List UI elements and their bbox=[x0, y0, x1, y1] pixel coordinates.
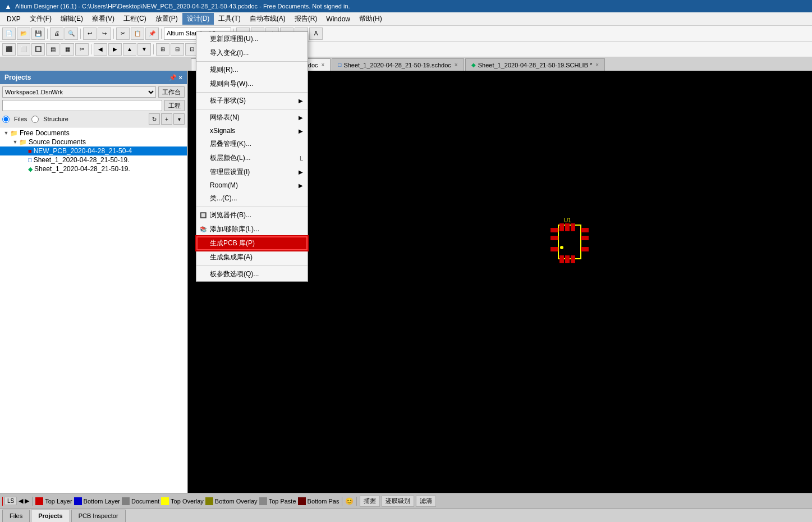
toolbar-open[interactable]: 📂 bbox=[17, 28, 30, 40]
dd-make-pcb-lib[interactable]: 生成PCB 库(P) bbox=[196, 236, 308, 250]
expand-free-docs[interactable]: ▼ bbox=[2, 129, 10, 137]
tab-bar: ■ NEW_PCB_2020-04-28_21-50-43.pcbdoc × □… bbox=[0, 57, 812, 71]
status-nav-right[interactable]: ▶ bbox=[25, 497, 29, 505]
workspace-select[interactable]: Workspace1.DsnWrk bbox=[2, 86, 156, 98]
dd-room[interactable]: Room(M) ▶ bbox=[196, 179, 308, 191]
toolbar2-btn8[interactable]: ▶ bbox=[108, 43, 122, 56]
layer-bottom-paste[interactable]: Bottom Pas bbox=[298, 497, 340, 505]
toolbar2-btn7[interactable]: ◀ bbox=[94, 43, 107, 56]
bottom-tab-pcb-inspector[interactable]: PCB Inspector bbox=[71, 510, 126, 522]
bottom-tab-files[interactable]: Files bbox=[2, 510, 30, 522]
toolbar-print[interactable]: 🖨 bbox=[50, 28, 63, 40]
tab-schlib-close[interactable]: × bbox=[595, 62, 599, 68]
layer-bottom-overlay[interactable]: Bottom Overlay bbox=[205, 497, 258, 505]
toolbar2-btn5[interactable]: ▦ bbox=[61, 43, 74, 56]
project-button[interactable]: 工程 bbox=[164, 100, 185, 111]
layer-bottom[interactable]: Bottom Layer bbox=[74, 497, 120, 505]
layer-document[interactable]: Document bbox=[122, 497, 159, 505]
document-layer-dot bbox=[122, 497, 130, 505]
dd-layer-color-label: 板层颜色(L)... bbox=[210, 153, 251, 163]
dd-board-shape-label: 板子形状(S) bbox=[210, 96, 246, 106]
status-nav-left[interactable]: ◀ bbox=[19, 497, 23, 505]
toolbar-btn-f[interactable]: A bbox=[309, 28, 323, 40]
menu-file[interactable]: 文件(F) bbox=[25, 13, 56, 25]
menu-edit[interactable]: 编辑(E) bbox=[56, 13, 88, 25]
dd-xsignals[interactable]: xSignals ▶ bbox=[196, 125, 308, 137]
toolbar2-btn2[interactable]: ⬜ bbox=[17, 43, 30, 56]
dd-board-options[interactable]: 板参数选项(Q)... bbox=[196, 267, 308, 281]
dd-make-integrated[interactable]: 生成集成库(A) bbox=[196, 250, 308, 264]
toolbar2-btn9[interactable]: ▲ bbox=[123, 43, 136, 56]
bottom-overlay-dot bbox=[205, 497, 213, 505]
project-search-input[interactable] bbox=[2, 100, 162, 111]
toolbar-paste[interactable]: 📌 bbox=[145, 28, 159, 40]
bottom-tab-projects[interactable]: Projects bbox=[31, 510, 70, 522]
workspace-row: Workspace1.DsnWrk 工作台 bbox=[2, 86, 185, 98]
layer-top-overlay[interactable]: Top Overlay bbox=[161, 497, 204, 505]
toolbar2-btn10[interactable]: ▼ bbox=[137, 43, 151, 56]
tree-pcb-file[interactable]: ■ NEW_PCB_2020-04-28_21-50-4 bbox=[0, 146, 187, 155]
expand-source-docs[interactable]: ▼ bbox=[11, 138, 19, 146]
files-radio[interactable] bbox=[2, 116, 10, 123]
toolbar-new[interactable]: 📄 bbox=[2, 28, 16, 40]
tree-source-docs[interactable]: ▼ 📁 Source Documents bbox=[0, 138, 187, 146]
add-btn[interactable]: + bbox=[161, 113, 172, 125]
layer-top-paste[interactable]: Top Paste bbox=[259, 497, 296, 505]
tab-schlib-label: Sheet_1_2020-04-28_21-50-19.SCHLIB * bbox=[478, 62, 593, 68]
toolbar2-btn12[interactable]: ⊟ bbox=[171, 43, 184, 56]
toolbar-search[interactable]: 🔍 bbox=[65, 28, 78, 40]
tree-schlib-file[interactable]: ◆ Sheet_1_2020-04-28_21-50-19. bbox=[0, 164, 187, 173]
dd-rules[interactable]: 规则(R)... bbox=[196, 63, 308, 77]
menu-dxp[interactable]: DXP bbox=[2, 14, 25, 24]
toolbar2-btn6[interactable]: ✂ bbox=[75, 43, 89, 56]
capture-btn[interactable]: 捕握 bbox=[360, 496, 380, 507]
dd-update-schematic[interactable]: 更新原理图(U)... bbox=[196, 32, 308, 46]
menu-help[interactable]: 帮助(H) bbox=[355, 13, 387, 25]
expand-pcb bbox=[20, 147, 28, 155]
toolbar-redo[interactable]: ↪ bbox=[98, 28, 111, 40]
toolbar-undo[interactable]: ↩ bbox=[83, 28, 97, 40]
toolbar2-btn4[interactable]: ▤ bbox=[46, 43, 59, 56]
panel-close-btn[interactable]: × bbox=[179, 74, 182, 81]
menu-autoroute[interactable]: 自动布线(A) bbox=[245, 13, 290, 25]
filter-btn[interactable]: 滤清 bbox=[416, 496, 436, 507]
dd-netlist[interactable]: 网络表(N) ▶ bbox=[196, 111, 308, 125]
dd-browse-comp[interactable]: 🔲 浏览器件(B)... bbox=[196, 208, 308, 222]
refresh-btn[interactable]: ↻ bbox=[149, 113, 160, 125]
toolbar2-btn1[interactable]: ⬛ bbox=[2, 43, 16, 56]
trace-level-btn[interactable]: 迹膜级别 bbox=[382, 496, 414, 507]
toolbar-copy[interactable]: 📋 bbox=[131, 28, 144, 40]
tab-schlib[interactable]: ◆ Sheet_1_2020-04-28_21-50-19.SCHLIB * × bbox=[465, 58, 605, 71]
workbench-button[interactable]: 工作台 bbox=[158, 86, 185, 98]
layer-top[interactable]: Top Layer bbox=[35, 497, 72, 505]
toolbar-cut[interactable]: ✂ bbox=[116, 28, 130, 40]
dd-layer-settings[interactable]: 管理层设置(I) ▶ bbox=[196, 165, 308, 179]
more-btn[interactable]: ▾ bbox=[173, 113, 185, 125]
tree-free-docs[interactable]: ▼ 📁 Free Documents bbox=[0, 129, 187, 138]
menu-design[interactable]: 设计(D) bbox=[182, 13, 214, 25]
tab-sch[interactable]: □ Sheet_1_2020-04-28_21-50-19.schdoc × bbox=[332, 58, 464, 71]
status-emoji[interactable]: 😊 bbox=[345, 497, 354, 505]
toolbar2-btn3[interactable]: 🔲 bbox=[31, 43, 45, 56]
tab-pcb-close[interactable]: × bbox=[322, 62, 325, 68]
menu-project[interactable]: 工程(C) bbox=[119, 13, 151, 25]
menu-window[interactable]: Window bbox=[322, 14, 355, 24]
dd-classes[interactable]: 类...(C)... bbox=[196, 191, 308, 205]
toolbar-save[interactable]: 💾 bbox=[31, 28, 45, 40]
panel-pin-btn[interactable]: 📌 bbox=[169, 74, 177, 81]
tree-sch-file[interactable]: □ Sheet_1_2020-04-28_21-50-19. bbox=[0, 155, 187, 164]
dd-layer-stack[interactable]: 层叠管理(K)... bbox=[196, 137, 308, 151]
toolbar2-btn11[interactable]: ⊞ bbox=[156, 43, 169, 56]
dd-add-remove-lib[interactable]: 📚 添加/移除库(L)... bbox=[196, 222, 308, 236]
dd-board-shape[interactable]: 板子形状(S) ▶ bbox=[196, 94, 308, 108]
dd-import-changes[interactable]: 导入变化(I)... bbox=[196, 46, 308, 60]
menu-tools[interactable]: 工具(T) bbox=[214, 13, 245, 25]
menu-reports[interactable]: 报告(R) bbox=[290, 13, 322, 25]
svg-rect-10 bbox=[550, 247, 558, 251]
dd-layer-color[interactable]: 板层颜色(L)... L bbox=[196, 151, 308, 165]
dd-rules-wizard[interactable]: 规则向导(W)... bbox=[196, 77, 308, 91]
menu-view[interactable]: 察看(V) bbox=[88, 13, 119, 25]
menu-place[interactable]: 放置(P) bbox=[151, 13, 182, 25]
structure-radio[interactable] bbox=[31, 116, 39, 123]
tab-sch-close[interactable]: × bbox=[455, 62, 458, 68]
